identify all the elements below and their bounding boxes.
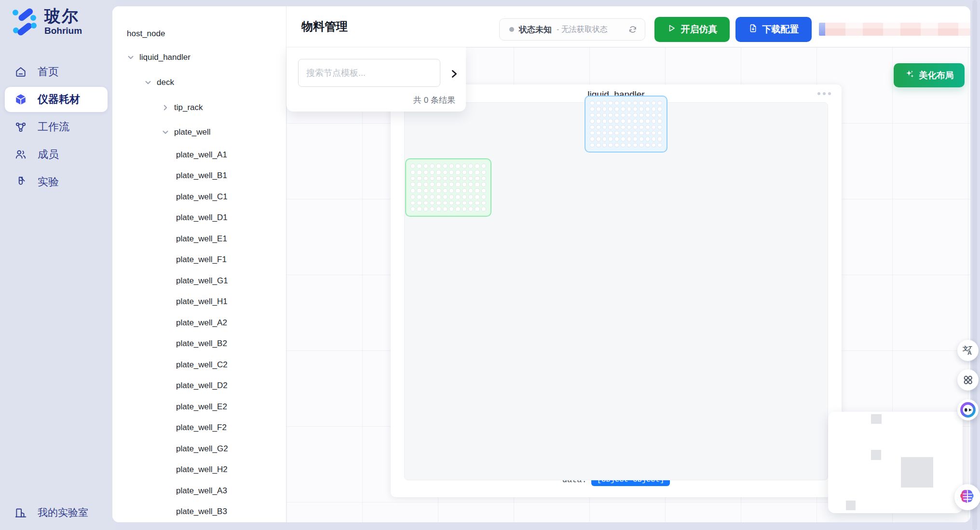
well [475,188,479,193]
tree-row-plate_well_B1[interactable]: plate_well_B1 [112,166,286,187]
well [614,113,619,117]
sidebar-item-4[interactable]: 实验 [5,169,108,195]
flow-canvas[interactable]: 共 0 条结果 美化布局 liquid_handler [286,47,970,522]
well [455,170,460,175]
node-menu-dots-icon[interactable] [817,92,831,95]
chevron-down-icon[interactable] [143,78,153,87]
search-input[interactable] [298,59,440,87]
well [417,207,422,211]
brain-assistant-button[interactable] [954,484,980,510]
tree-row-plate_well_B3[interactable]: plate_well_B3 [112,502,286,523]
chevron-down-icon[interactable] [126,53,136,62]
chevron-down-icon[interactable] [161,127,170,137]
well [652,101,656,105]
plate-row [590,125,662,129]
tree-row-plate_well_H1[interactable]: plate_well_H1 [112,292,286,313]
well [455,201,460,206]
tree-row-plate_well_C1[interactable]: plate_well_C1 [112,186,286,208]
page-scrollbar[interactable] [972,0,977,530]
well [657,113,662,117]
tip-rack-plate[interactable] [585,96,667,153]
well [639,137,644,141]
tree-row-plate_well_E1[interactable]: plate_well_E1 [112,228,286,250]
plate-row [410,207,486,211]
well [633,101,638,105]
well [652,113,656,117]
well [481,164,486,168]
start-simulation-button[interactable]: 开启仿真 [654,17,730,42]
well [627,101,632,105]
well [608,119,613,123]
well [639,143,644,147]
collapse-panel-icon[interactable] [449,69,459,79]
well [596,119,601,123]
well [462,176,467,181]
well [627,107,632,111]
beautify-layout-button[interactable]: 美化布局 [894,63,965,87]
minimap[interactable] [828,412,963,513]
tree-node-label: plate_well_E1 [176,234,227,244]
well [443,164,448,168]
sidebar-item-1[interactable]: 仪器耗材 [5,87,108,112]
well [410,182,415,187]
well [590,101,595,105]
well [475,164,479,168]
well [633,119,638,123]
beautify-layout-label: 美化布局 [919,70,954,81]
tree-row-deck[interactable]: deck [112,70,286,95]
well [614,137,619,141]
tree-row-plate_well_A3[interactable]: plate_well_A3 [112,480,286,502]
sidebar-item-3[interactable]: 成员 [5,142,108,167]
plate-row [410,176,486,181]
liquid-handler-node[interactable]: liquid_handler data: [object Object] [391,84,842,497]
translate-button[interactable]: 文 A [957,340,979,361]
sidebar: 玻尔 Bohrium 首页仪器耗材工作流成员实验 我的实验室 [0,0,112,530]
well [481,170,486,175]
well [627,119,632,123]
download-config-button[interactable]: 下载配置 [735,17,812,42]
tree-row-plate_well_D2[interactable]: plate_well_D2 [112,376,286,397]
sidebar-item-my-lab[interactable]: 我的实验室 [0,506,112,519]
tree-row-plate_well[interactable]: plate_well [112,120,286,144]
ai-assistant-button[interactable] [957,399,979,420]
well [633,143,638,147]
sidebar-item-2[interactable]: 工作流 [5,114,108,139]
well [645,119,650,123]
tree-row-plate_well_F1[interactable]: plate_well_F1 [112,250,286,271]
well [423,195,428,199]
well [596,125,601,129]
well [596,101,601,105]
tree-row-plate_well_H2[interactable]: plate_well_H2 [112,460,286,481]
well [614,101,619,105]
tree-node-label: plate_well_B3 [176,507,227,516]
well [443,207,448,211]
tree-node-label: host_node [127,29,165,39]
plate-row [410,164,486,168]
plate-well-plate[interactable] [405,158,491,217]
well [627,137,632,141]
tree-row-tip_rack[interactable]: tip_rack [112,95,286,120]
tree-row-plate_well_G1[interactable]: plate_well_G1 [112,270,286,292]
tree-row-liquid_handler[interactable]: liquid_handler [112,45,286,70]
tree-row-plate_well_G2[interactable]: plate_well_G2 [112,438,286,460]
chevron-right-icon[interactable] [161,103,170,112]
brain-icon [958,488,977,507]
refresh-icon[interactable] [628,25,637,34]
well [449,170,454,175]
tree-row-plate_well_A2[interactable]: plate_well_A2 [112,312,286,334]
apps-button[interactable] [957,369,979,391]
sidebar-nav: 首页仪器耗材工作流成员实验 [0,57,112,197]
well [475,176,479,181]
tree-row-plate_well_B2[interactable]: plate_well_B2 [112,334,286,355]
tree-row-plate_well_D1[interactable]: plate_well_D1 [112,208,286,229]
tree-node-label: plate_well_D2 [176,381,228,391]
tree-row-plate_well_A1[interactable]: plate_well_A1 [112,144,286,166]
tree-row-plate_well_C2[interactable]: plate_well_C2 [112,354,286,376]
well [430,164,435,168]
tree-row-plate_well_E2[interactable]: plate_well_E2 [112,396,286,418]
well [468,176,473,181]
tree-row-host_node[interactable]: host_node [112,23,286,45]
sidebar-item-0[interactable]: 首页 [5,59,108,84]
well [602,137,607,141]
tree-row-plate_well_F2[interactable]: plate_well_F2 [112,418,286,439]
